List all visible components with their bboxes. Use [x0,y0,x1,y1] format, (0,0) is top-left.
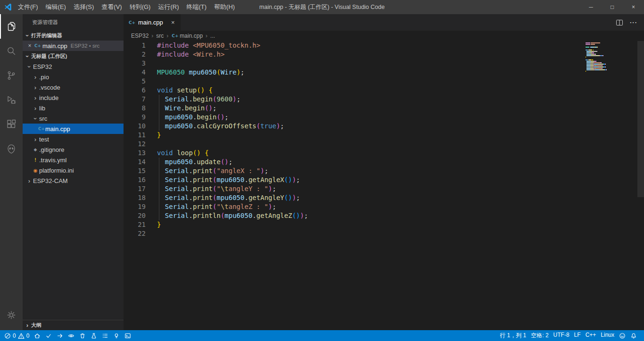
tree-item-include[interactable]: ›include [23,92,124,103]
line-number[interactable]: 7 [124,95,146,104]
menu-item[interactable]: 查看(V) [98,0,125,14]
editor-scrollbar[interactable] [637,41,644,330]
tree-item-lib[interactable]: ›lib [23,103,124,113]
code-line[interactable]: } [157,220,644,229]
close-button[interactable]: × [623,0,644,14]
open-editor-item[interactable]: × C+ main.cpp ESP32 • src [23,41,124,51]
cursor-position[interactable]: 行 1，列 1 [497,332,528,340]
pio-build-button[interactable] [43,330,54,341]
tree-item-.gitignore[interactable]: ◆.gitignore [23,144,124,155]
encoding[interactable]: UTF-8 [551,332,572,338]
close-icon[interactable]: × [169,19,177,26]
tree-item-platformio.ini[interactable]: ◉platformio.ini [23,165,124,175]
activity-run-debug-button[interactable] [0,88,23,112]
minimap[interactable] [586,42,637,74]
tree-item-ESP32-CAM[interactable]: ›ESP32-CAM [23,175,124,186]
pio-terminal-button[interactable] [122,330,133,341]
line-number[interactable]: 10 [124,122,146,131]
problems-button[interactable]: 0 0 [2,330,32,341]
tree-item-src[interactable]: ›src [23,113,124,124]
pio-test-button[interactable] [88,330,99,341]
line-number[interactable]: 15 [124,166,146,175]
code-line[interactable]: MPU6050 mpu6050(Wire); [157,68,644,77]
code-line[interactable]: mpu6050.calcGyroOffsets(true); [157,122,644,131]
code-line[interactable] [157,140,644,149]
code-line[interactable]: Serial.print(mpu6050.getAngleY()); [157,193,644,202]
open-editors-header[interactable]: › 打开的编辑器 [23,30,124,41]
pio-clean-button[interactable] [77,330,88,341]
line-number[interactable]: 1 [124,41,146,50]
pio-upload-button[interactable] [54,330,66,341]
tree-item-.travis.yml[interactable]: !.travis.yml [23,155,124,165]
code-line[interactable]: Wire.begin(); [157,104,644,113]
line-number[interactable]: 2 [124,50,146,59]
breadcrumb-item[interactable]: C+main.cpp [171,33,203,39]
tree-item-ESP32[interactable]: ›ESP32 [23,61,124,72]
code-line[interactable] [157,77,644,86]
outline-header[interactable]: › 大纲 [23,320,124,330]
code-line[interactable]: mpu6050.begin(); [157,113,644,122]
line-number[interactable]: 14 [124,158,146,166]
language-mode[interactable]: C++ [583,332,599,338]
pio-home-button[interactable] [32,330,43,341]
menu-item[interactable]: 运行(R) [154,0,182,14]
code-editor[interactable]: 12345678910111213141516171819202122 #inc… [124,41,644,330]
menu-item[interactable]: 转到(G) [126,0,155,14]
code-line[interactable]: Serial.begin(9600); [157,95,644,104]
menu-item[interactable]: 编辑(E) [42,0,70,14]
code-line[interactable]: Serial.println(mpu6050.getAngleZ()); [157,211,644,220]
code-line[interactable]: void setup() { [157,86,644,95]
code-line[interactable]: Serial.print("angleX : "); [157,166,644,175]
line-number[interactable]: 17 [124,184,146,193]
activity-platformio-button[interactable] [0,137,23,161]
code-line[interactable]: void loop() { [157,149,644,158]
line-number[interactable]: 16 [124,175,146,184]
menu-item[interactable]: 帮助(H) [210,0,239,14]
close-icon[interactable]: × [25,42,34,49]
line-number[interactable]: 19 [124,202,146,211]
code-line[interactable] [157,229,644,238]
gutter[interactable]: 12345678910111213141516171819202122 [124,41,146,330]
code-line[interactable]: #include <Wire.h> [157,50,644,59]
line-number[interactable]: 18 [124,193,146,202]
code-line[interactable]: mpu6050.update(); [157,158,644,166]
line-number[interactable]: 20 [124,211,146,220]
menu-item[interactable]: 终端(T) [182,0,210,14]
breadcrumb-item[interactable]: src [156,33,164,39]
breadcrumb-item[interactable]: ESP32 [131,33,149,39]
pio-plotter-button[interactable] [111,330,122,341]
scrollbar-slider[interactable] [637,41,644,197]
tree-item-.vscode[interactable]: ›.vscode [23,82,124,92]
eol[interactable]: LF [572,332,583,338]
platform[interactable]: Linux [598,332,617,338]
notifications-button[interactable] [628,333,639,339]
tree-item-main.cpp[interactable]: C+main.cpp [23,124,124,134]
code-content[interactable]: #include <MPU6050_tockn.h>#include <Wire… [146,41,644,330]
tree-item-test[interactable]: ›test [23,134,124,144]
line-number[interactable]: 8 [124,104,146,113]
line-number[interactable]: 3 [124,59,146,68]
pio-monitor-button[interactable] [66,330,77,341]
maximize-button[interactable]: □ [602,0,623,14]
activity-explorer-button[interactable] [0,14,23,39]
code-line[interactable] [157,59,644,68]
code-line[interactable]: Serial.print("\tangleY : "); [157,184,644,193]
line-number[interactable]: 4 [124,68,146,77]
line-number[interactable]: 13 [124,149,146,158]
line-number[interactable]: 21 [124,220,146,229]
indentation[interactable]: 空格: 2 [528,332,551,340]
activity-search-button[interactable] [0,39,23,63]
line-number[interactable]: 11 [124,131,146,140]
pio-tasks-button[interactable] [99,330,111,341]
more-actions-icon[interactable]: ··· [630,19,637,26]
code-line[interactable]: Serial.print(mpu6050.getAngleX()); [157,175,644,184]
breadcrumb-item[interactable]: ... [210,33,215,39]
activity-source-control-button[interactable] [0,63,23,88]
tree-item-.pio[interactable]: ›.pio [23,72,124,82]
menu-item[interactable]: 文件(F) [14,0,42,14]
line-number[interactable]: 22 [124,229,146,238]
code-line[interactable]: } [157,131,644,140]
feedback-button[interactable] [617,333,628,339]
minimize-button[interactable]: ─ [580,0,602,14]
settings-gear-button[interactable] [0,303,23,327]
